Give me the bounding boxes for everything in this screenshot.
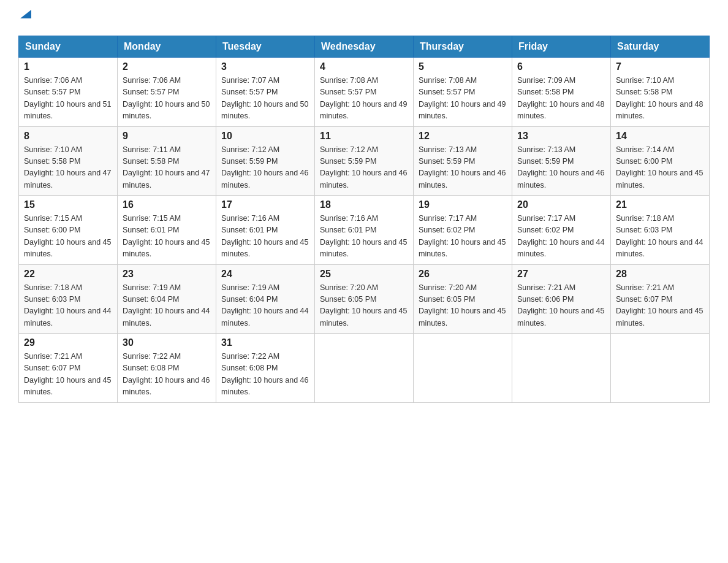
day-number: 19 bbox=[419, 199, 507, 210]
day-number: 23 bbox=[123, 269, 211, 280]
calendar-cell: 9 Sunrise: 7:11 AMSunset: 5:58 PMDayligh… bbox=[118, 126, 216, 196]
column-header-tuesday: Tuesday bbox=[216, 36, 315, 58]
day-number: 13 bbox=[517, 131, 605, 142]
day-info: Sunrise: 7:22 AMSunset: 6:08 PMDaylight:… bbox=[221, 352, 308, 396]
day-number: 3 bbox=[221, 61, 309, 72]
calendar-cell: 30 Sunrise: 7:22 AMSunset: 6:08 PMDaylig… bbox=[118, 334, 216, 403]
calendar-week-row: 15 Sunrise: 7:15 AMSunset: 6:00 PMDaylig… bbox=[19, 196, 710, 265]
calendar-cell: 5 Sunrise: 7:08 AMSunset: 5:57 PMDayligh… bbox=[414, 58, 512, 127]
day-info: Sunrise: 7:20 AMSunset: 6:05 PMDaylight:… bbox=[320, 283, 407, 327]
calendar-week-row: 29 Sunrise: 7:21 AMSunset: 6:07 PMDaylig… bbox=[19, 334, 710, 403]
calendar-cell: 10 Sunrise: 7:12 AMSunset: 5:59 PMDaylig… bbox=[216, 126, 315, 196]
day-number: 20 bbox=[517, 199, 605, 210]
calendar-cell: 22 Sunrise: 7:18 AMSunset: 6:03 PMDaylig… bbox=[19, 264, 118, 334]
page-header bbox=[18, 12, 710, 25]
day-info: Sunrise: 7:15 AMSunset: 6:00 PMDaylight:… bbox=[24, 214, 111, 258]
day-info: Sunrise: 7:09 AMSunset: 5:58 PMDaylight:… bbox=[517, 76, 604, 120]
day-number: 10 bbox=[221, 131, 309, 142]
day-number: 29 bbox=[24, 337, 112, 348]
day-number: 1 bbox=[24, 61, 112, 72]
calendar-cell: 26 Sunrise: 7:20 AMSunset: 6:05 PMDaylig… bbox=[414, 264, 512, 334]
calendar-week-row: 22 Sunrise: 7:18 AMSunset: 6:03 PMDaylig… bbox=[19, 264, 710, 334]
calendar-cell: 16 Sunrise: 7:15 AMSunset: 6:01 PMDaylig… bbox=[118, 196, 216, 265]
column-header-sunday: Sunday bbox=[19, 36, 118, 58]
day-number: 14 bbox=[616, 131, 704, 142]
day-info: Sunrise: 7:10 AMSunset: 5:58 PMDaylight:… bbox=[24, 145, 111, 190]
day-info: Sunrise: 7:14 AMSunset: 6:00 PMDaylight:… bbox=[616, 145, 703, 190]
day-info: Sunrise: 7:20 AMSunset: 6:05 PMDaylight:… bbox=[419, 283, 506, 327]
calendar-cell: 27 Sunrise: 7:21 AMSunset: 6:06 PMDaylig… bbox=[512, 264, 611, 334]
day-info: Sunrise: 7:15 AMSunset: 6:01 PMDaylight:… bbox=[123, 214, 210, 258]
day-number: 17 bbox=[221, 199, 309, 210]
day-number: 5 bbox=[419, 61, 507, 72]
day-number: 28 bbox=[616, 269, 704, 280]
day-number: 11 bbox=[320, 131, 408, 142]
day-number: 7 bbox=[616, 61, 704, 72]
calendar-cell: 24 Sunrise: 7:19 AMSunset: 6:04 PMDaylig… bbox=[216, 264, 315, 334]
column-header-saturday: Saturday bbox=[611, 36, 710, 58]
day-info: Sunrise: 7:18 AMSunset: 6:03 PMDaylight:… bbox=[616, 214, 703, 258]
day-number: 18 bbox=[320, 199, 408, 210]
calendar-cell: 20 Sunrise: 7:17 AMSunset: 6:02 PMDaylig… bbox=[512, 196, 611, 265]
calendar-cell: 31 Sunrise: 7:22 AMSunset: 6:08 PMDaylig… bbox=[216, 334, 315, 403]
calendar-cell bbox=[414, 334, 512, 403]
day-number: 12 bbox=[419, 131, 507, 142]
day-number: 21 bbox=[616, 199, 704, 210]
day-info: Sunrise: 7:10 AMSunset: 5:58 PMDaylight:… bbox=[616, 76, 703, 120]
day-info: Sunrise: 7:06 AMSunset: 5:57 PMDaylight:… bbox=[123, 76, 210, 120]
logo-area bbox=[18, 12, 32, 25]
day-number: 8 bbox=[24, 131, 112, 142]
calendar-cell: 1 Sunrise: 7:06 AMSunset: 5:57 PMDayligh… bbox=[19, 58, 118, 127]
day-number: 26 bbox=[419, 269, 507, 280]
day-number: 24 bbox=[221, 269, 309, 280]
calendar-cell bbox=[315, 334, 414, 403]
calendar-cell: 14 Sunrise: 7:14 AMSunset: 6:00 PMDaylig… bbox=[611, 126, 710, 196]
calendar-cell: 6 Sunrise: 7:09 AMSunset: 5:58 PMDayligh… bbox=[512, 58, 611, 127]
calendar-cell bbox=[512, 334, 611, 403]
day-number: 6 bbox=[517, 61, 605, 72]
day-info: Sunrise: 7:06 AMSunset: 5:57 PMDaylight:… bbox=[24, 76, 111, 120]
day-info: Sunrise: 7:08 AMSunset: 5:57 PMDaylight:… bbox=[419, 76, 506, 120]
calendar-cell: 12 Sunrise: 7:13 AMSunset: 5:59 PMDaylig… bbox=[414, 126, 512, 196]
day-number: 16 bbox=[123, 199, 211, 210]
column-header-monday: Monday bbox=[118, 36, 216, 58]
calendar-cell: 25 Sunrise: 7:20 AMSunset: 6:05 PMDaylig… bbox=[315, 264, 414, 334]
calendar-cell: 3 Sunrise: 7:07 AMSunset: 5:57 PMDayligh… bbox=[216, 58, 315, 127]
day-info: Sunrise: 7:21 AMSunset: 6:07 PMDaylight:… bbox=[616, 283, 703, 327]
column-header-wednesday: Wednesday bbox=[315, 36, 414, 58]
calendar-cell: 11 Sunrise: 7:12 AMSunset: 5:59 PMDaylig… bbox=[315, 126, 414, 196]
calendar-cell: 17 Sunrise: 7:16 AMSunset: 6:01 PMDaylig… bbox=[216, 196, 315, 265]
svg-marker-0 bbox=[20, 10, 31, 18]
calendar-cell: 15 Sunrise: 7:15 AMSunset: 6:00 PMDaylig… bbox=[19, 196, 118, 265]
day-info: Sunrise: 7:19 AMSunset: 6:04 PMDaylight:… bbox=[123, 283, 210, 327]
day-info: Sunrise: 7:07 AMSunset: 5:57 PMDaylight:… bbox=[221, 76, 308, 120]
calendar-table: SundayMondayTuesdayWednesdayThursdayFrid… bbox=[18, 36, 710, 403]
calendar-cell: 29 Sunrise: 7:21 AMSunset: 6:07 PMDaylig… bbox=[19, 334, 118, 403]
day-number: 30 bbox=[123, 337, 211, 348]
day-info: Sunrise: 7:08 AMSunset: 5:57 PMDaylight:… bbox=[320, 76, 407, 120]
column-header-thursday: Thursday bbox=[414, 36, 512, 58]
calendar-cell: 4 Sunrise: 7:08 AMSunset: 5:57 PMDayligh… bbox=[315, 58, 414, 127]
column-header-friday: Friday bbox=[512, 36, 611, 58]
day-info: Sunrise: 7:12 AMSunset: 5:59 PMDaylight:… bbox=[221, 145, 308, 190]
day-info: Sunrise: 7:17 AMSunset: 6:02 PMDaylight:… bbox=[419, 214, 506, 258]
day-number: 22 bbox=[24, 269, 112, 280]
day-info: Sunrise: 7:16 AMSunset: 6:01 PMDaylight:… bbox=[221, 214, 308, 258]
calendar-header-row: SundayMondayTuesdayWednesdayThursdayFrid… bbox=[19, 36, 710, 58]
day-info: Sunrise: 7:17 AMSunset: 6:02 PMDaylight:… bbox=[517, 214, 604, 258]
logo-triangle-icon bbox=[19, 7, 32, 23]
day-info: Sunrise: 7:18 AMSunset: 6:03 PMDaylight:… bbox=[24, 283, 111, 327]
calendar-cell: 13 Sunrise: 7:13 AMSunset: 5:59 PMDaylig… bbox=[512, 126, 611, 196]
calendar-cell: 8 Sunrise: 7:10 AMSunset: 5:58 PMDayligh… bbox=[19, 126, 118, 196]
day-number: 4 bbox=[320, 61, 408, 72]
day-number: 9 bbox=[123, 131, 211, 142]
day-info: Sunrise: 7:12 AMSunset: 5:59 PMDaylight:… bbox=[320, 145, 407, 190]
calendar-cell: 28 Sunrise: 7:21 AMSunset: 6:07 PMDaylig… bbox=[611, 264, 710, 334]
day-number: 25 bbox=[320, 269, 408, 280]
calendar-week-row: 8 Sunrise: 7:10 AMSunset: 5:58 PMDayligh… bbox=[19, 126, 710, 196]
day-info: Sunrise: 7:22 AMSunset: 6:08 PMDaylight:… bbox=[123, 352, 210, 396]
day-info: Sunrise: 7:11 AMSunset: 5:58 PMDaylight:… bbox=[123, 145, 210, 190]
calendar-cell: 21 Sunrise: 7:18 AMSunset: 6:03 PMDaylig… bbox=[611, 196, 710, 265]
calendar-cell bbox=[611, 334, 710, 403]
day-info: Sunrise: 7:21 AMSunset: 6:06 PMDaylight:… bbox=[517, 283, 604, 327]
